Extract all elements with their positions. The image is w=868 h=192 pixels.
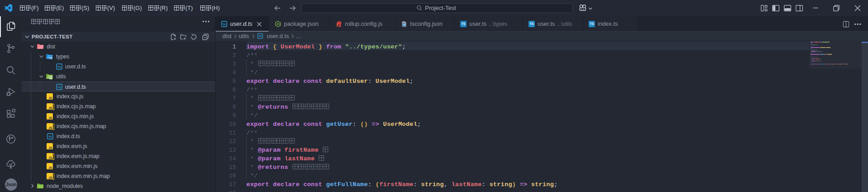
svg-text:TS: TS <box>49 57 52 59</box>
svg-text:JS: JS <box>277 23 280 25</box>
svg-text:TS: TS <box>57 86 61 89</box>
svg-text:TS: TS <box>57 66 61 68</box>
svg-text:TS: TS <box>259 35 262 38</box>
svg-text:TS: TS <box>48 135 52 138</box>
svg-text:TS: TS <box>403 24 406 26</box>
svg-text:TS: TS <box>222 23 226 26</box>
